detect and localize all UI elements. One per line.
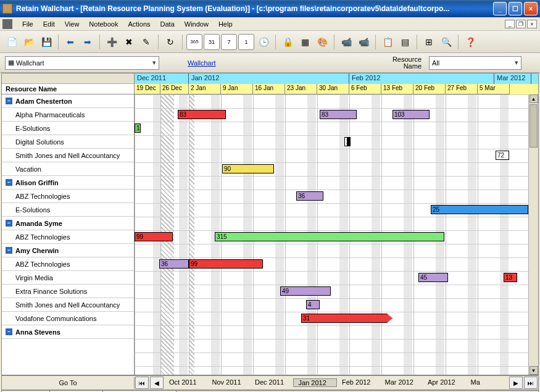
collapse-icon[interactable]: − [6, 220, 12, 227]
gantt-bar[interactable]: 4 [306, 300, 320, 309]
edit-icon[interactable]: ✎ [138, 34, 154, 50]
resource-filter[interactable]: All ▾ [429, 56, 521, 70]
inner-close-button[interactable]: × [527, 20, 537, 28]
inner-restore-button[interactable]: ❐ [516, 20, 526, 28]
gantt-bar[interactable]: 31 [301, 314, 393, 323]
project-row[interactable]: Vacation [2, 162, 134, 176]
resource-row[interactable]: −Amanda Syme [2, 217, 134, 230]
menu-notebook[interactable]: Notebook [84, 19, 123, 29]
project-row[interactable]: Smith Jones and Nell Accountancy [2, 149, 134, 162]
resource-row[interactable]: −Anna Stevens [2, 325, 134, 339]
collapse-icon[interactable]: − [6, 328, 12, 335]
view-selector[interactable]: ▦ Wallchart ▾ [5, 56, 159, 70]
gantt-bar[interactable]: 13 [504, 273, 517, 282]
help-icon[interactable]: ❓ [462, 34, 478, 50]
menu-file[interactable]: File [17, 19, 38, 29]
gantt-bar[interactable]: 103 [393, 110, 430, 119]
gantt-bar[interactable]: 72 [496, 151, 509, 160]
camera1-icon[interactable]: 📹 [338, 34, 354, 50]
project-row[interactable]: Virgin Media [2, 271, 134, 285]
gantt-bar[interactable]: 36 [296, 191, 323, 201]
project-row[interactable]: Extra Finance Solutions [2, 285, 134, 298]
new-icon[interactable]: 📄 [4, 34, 20, 50]
back-icon[interactable]: ⬅ [62, 34, 78, 50]
project-row[interactable]: E-Solutions [2, 203, 134, 217]
nav-prev-button[interactable]: ◀ [150, 377, 164, 389]
project-row[interactable]: ABZ Technologies [2, 230, 134, 244]
scroll-up-button[interactable]: ▲ [530, 94, 538, 103]
copy-icon[interactable]: 📋 [380, 34, 396, 50]
resource-row[interactable]: −Adam Chesterton [2, 94, 134, 108]
inner-minimize-button[interactable]: _ [505, 20, 515, 28]
gantt-bar[interactable]: 90 [222, 164, 274, 173]
project-row[interactable]: Alpha Pharmaceuticals [2, 108, 134, 122]
gantt-bar[interactable]: 49 [280, 286, 331, 296]
open-icon[interactable]: 📂 [21, 34, 37, 50]
view-month-button[interactable]: 31 [204, 34, 220, 50]
gantt-bar[interactable]: 1 [135, 123, 141, 133]
view-day-button[interactable]: 1 [238, 34, 254, 50]
nav-month[interactable]: Apr 2012 [423, 378, 466, 387]
view-year-button[interactable]: 365 [186, 34, 202, 50]
save-icon[interactable]: 💾 [38, 34, 54, 50]
gridopt-icon[interactable]: ▤ [397, 34, 413, 50]
close-button[interactable]: × [524, 2, 538, 15]
grid-icon[interactable]: ▦ [297, 34, 313, 50]
resource-row[interactable]: −Amy Cherwin [2, 244, 134, 257]
project-row[interactable]: Digital Solutions [2, 135, 134, 149]
timeline-pane[interactable]: Dec 2011Jan 2012Feb 2012Mar 2012 19 Dec2… [135, 73, 538, 375]
gantt-bar[interactable]: 25 [431, 205, 528, 214]
scroll-down-button[interactable]: ▼ [530, 366, 538, 375]
add-icon[interactable]: ➕ [104, 34, 120, 50]
minimize-button[interactable]: _ [493, 2, 507, 15]
delete-icon[interactable]: ✖ [121, 34, 137, 50]
project-row[interactable]: ABZ Technologies [2, 190, 134, 203]
menu-window[interactable]: Window [180, 19, 214, 29]
nav-last-button[interactable]: ⏭ [524, 377, 538, 389]
find-icon[interactable]: 🔍 [438, 34, 454, 50]
camera2-icon[interactable]: 📹 [355, 34, 372, 50]
nav-month[interactable]: Dec 2011 [250, 378, 293, 387]
project-row[interactable]: Smith Jones and Nell Accountancy [2, 298, 134, 312]
clock-icon[interactable]: 🕒 [255, 34, 272, 50]
project-row[interactable]: E-Solutions [2, 122, 134, 135]
collapse-icon[interactable]: − [6, 179, 12, 186]
nav-month[interactable]: Nov 2011 [207, 378, 251, 387]
menu-help[interactable]: Help [214, 19, 238, 29]
collapse-icon[interactable]: − [6, 98, 12, 104]
view-week-button[interactable]: 7 [221, 34, 237, 50]
gantt-bar[interactable]: 83 [320, 110, 357, 119]
project-row[interactable]: ABZ Technologies [2, 257, 134, 271]
scroll-thumb[interactable] [530, 104, 538, 148]
gantt-grid[interactable]: 83831031272903625993153699451349431 [135, 94, 538, 375]
wallchart-link[interactable]: Wallchart [188, 59, 215, 67]
gantt-bar[interactable]: 36 [159, 259, 189, 269]
gantt-bar[interactable]: 99 [189, 259, 263, 269]
goto-button[interactable]: Go To [2, 377, 135, 388]
menu-view[interactable]: View [60, 19, 85, 29]
grid2-icon[interactable]: ⊞ [421, 34, 437, 50]
refresh-icon[interactable]: ↻ [162, 34, 178, 50]
gantt-bar[interactable]: 315 [215, 232, 444, 241]
gantt-bar[interactable]: 83 [178, 110, 226, 119]
nav-month[interactable]: Ma [466, 378, 509, 387]
nav-first-button[interactable]: ⏮ [135, 377, 149, 389]
nav-month[interactable]: Jan 2012 [293, 378, 338, 387]
gantt-bar[interactable] [347, 137, 351, 146]
nav-month[interactable]: Feb 2012 [337, 378, 380, 387]
resource-row[interactable]: −Alison Griffin [2, 176, 134, 190]
menu-actions[interactable]: Actions [123, 19, 155, 29]
nav-month[interactable]: Oct 2011 [164, 378, 207, 387]
menu-data[interactable]: Data [156, 19, 180, 29]
forward-icon[interactable]: ➡ [80, 34, 96, 50]
nav-month[interactable]: Mar 2012 [380, 378, 423, 387]
maximize-button[interactable]: ☐ [509, 2, 522, 15]
palette-icon[interactable]: 🎨 [314, 34, 330, 50]
gantt-bar[interactable]: 99 [135, 232, 173, 241]
nav-next-button[interactable]: ▶ [509, 377, 523, 389]
project-row[interactable]: Vodafone Communications [2, 312, 134, 325]
menu-edit[interactable]: Edit [38, 19, 60, 29]
lock-icon[interactable]: 🔒 [280, 34, 296, 50]
vertical-scrollbar[interactable]: ▲ ▼ [528, 94, 538, 375]
gantt-bar[interactable]: 45 [418, 273, 448, 282]
